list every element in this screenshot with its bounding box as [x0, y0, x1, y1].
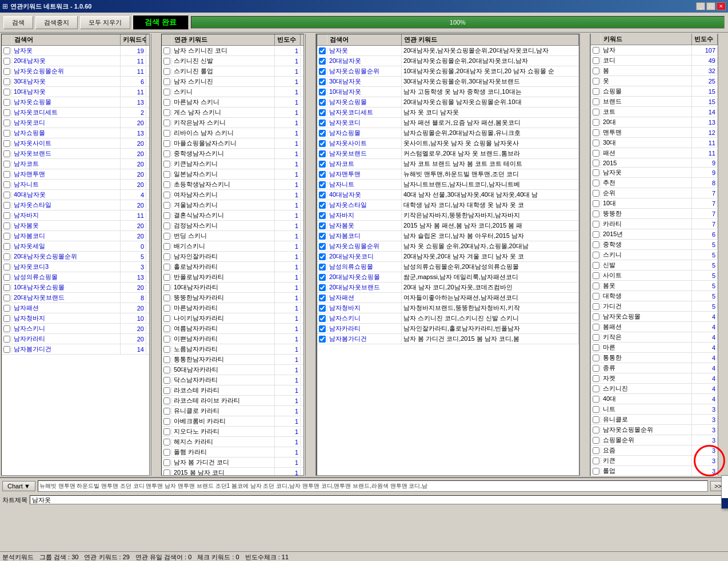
table-row[interactable]: 2015 9	[591, 158, 718, 168]
row-checkbox[interactable]	[593, 88, 599, 95]
row-checkbox[interactable]	[3, 120, 10, 126]
table-row[interactable]: 카라티 7	[591, 219, 718, 229]
table-row[interactable]: 남자맨투맨 20	[2, 169, 149, 180]
row-checkbox[interactable]	[593, 283, 599, 289]
row-checkbox[interactable]	[593, 468, 599, 475]
row-checkbox[interactable]	[3, 315, 10, 322]
table-row[interactable]: 신발 5	[591, 260, 718, 270]
table-row[interactable]: 키작은남자 스키니 1	[162, 118, 303, 128]
table-row[interactable]: 남자옷 20대남자옷,남자옷쇼핑몰순위,20대남자옷코디,남자	[317, 46, 579, 56]
table-row[interactable]: 남자봄옷 2015 남자 봄 패션,봄 남자 코디,2015 봄 패	[317, 221, 579, 231]
table-row[interactable]: 나이키남자카라티 1	[162, 313, 303, 324]
table-row[interactable]: 남자인잘카라티 1	[162, 252, 303, 262]
table-row[interactable]: 남자맨투맨 뉴해빗 맨투맨,하운드빌 맨투맨,조던 코디	[317, 169, 579, 180]
table-row[interactable]: 20대남자옷코디 20대남자옷,20대 남자 겨울 코디 남자 옷 코	[317, 252, 579, 262]
table-row[interactable]: 브랜드 15	[591, 97, 718, 107]
table-row[interactable]: 스키니 1	[162, 87, 303, 97]
row-checkbox[interactable]	[3, 295, 10, 301]
table-row[interactable]: 남자패션 20	[2, 303, 149, 313]
row-checkbox[interactable]	[163, 284, 170, 291]
row-checkbox[interactable]	[163, 58, 170, 65]
table-row[interactable]: 남자옷코디세트 남자 옷 코디 남자옷	[317, 108, 579, 118]
row-checkbox[interactable]	[593, 57, 599, 64]
row-checkbox[interactable]	[319, 109, 326, 116]
table-row[interactable]: 초등학생남자스키니 1	[162, 180, 303, 190]
table-row[interactable]: 10대남자옷 남자 고등학생 옷 남자 중학생 코디,10대는	[317, 87, 579, 97]
table-row[interactable]: 2015 봄 남자 코디 1	[162, 468, 303, 475]
table-row[interactable]: 자켓 4	[591, 373, 718, 384]
row-checkbox[interactable]	[163, 99, 170, 106]
row-checkbox[interactable]	[319, 181, 326, 188]
row-checkbox[interactable]	[163, 305, 170, 312]
row-checkbox[interactable]	[319, 68, 326, 75]
panel2-table[interactable]: 남자 스키니진 코디 1 스키니진 신발 1 스키니진 롤업 1 남자 스키니진…	[162, 46, 303, 475]
table-row[interactable]: 남자니트 20	[2, 180, 149, 190]
table-row[interactable]: 남자옷 19	[2, 46, 149, 56]
row-checkbox[interactable]	[593, 231, 599, 238]
table-row[interactable]: 남자옷쇼핑몰순위 11	[2, 66, 149, 77]
row-checkbox[interactable]	[3, 253, 10, 260]
table-row[interactable]: 남자 107	[591, 45, 718, 55]
row-checkbox[interactable]	[593, 210, 599, 217]
close-button[interactable]: ✕	[717, 2, 726, 10]
search-button[interactable]: 검색	[3, 16, 33, 29]
table-row[interactable]: 40대 4	[591, 394, 718, 404]
table-row[interactable]: 홀로남자카라티 1	[162, 262, 303, 272]
table-row[interactable]: 니트 3	[591, 404, 718, 415]
table-row[interactable]: 남자옷브랜드 커스텀멜로우,20대 남자 옷 브랜드,톰브라	[317, 149, 579, 159]
row-checkbox[interactable]	[3, 222, 10, 229]
table-row[interactable]: 10대 7	[591, 198, 718, 209]
table-row[interactable]: 남자코트 남자 코트 브랜드 남자 봄 코트 코트 테이트	[317, 159, 579, 169]
row-checkbox[interactable]	[163, 222, 170, 229]
panel4-scrollbar[interactable]	[718, 34, 727, 476]
table-row[interactable]: 30대남자옷 6	[2, 77, 149, 87]
table-row[interactable]: 봄패션 4	[591, 322, 718, 332]
row-checkbox[interactable]	[593, 241, 599, 248]
table-row[interactable]: 남자청바지 남자청바지브랜드,뚱뚱한남자청바지,키작	[317, 303, 579, 313]
table-row[interactable]: 20대남자옷 20대남자옷쇼핑몰순위,20대남자옷코디,남자	[317, 56, 579, 66]
row-checkbox[interactable]	[593, 262, 599, 269]
row-checkbox[interactable]	[319, 78, 326, 85]
table-row[interactable]: 40대남자옷 40대 남자 선물,30대남자옷,40대 남자옷,40대 남	[317, 190, 579, 200]
row-checkbox[interactable]	[319, 192, 326, 198]
table-row[interactable]: 여름남자카라티 1	[162, 324, 303, 334]
table-row[interactable]: 코트 14	[591, 107, 718, 117]
row-checkbox[interactable]	[593, 324, 599, 331]
table-row[interactable]: 남자쇼핑몰 13	[2, 128, 149, 138]
row-checkbox[interactable]	[593, 169, 599, 176]
row-checkbox[interactable]	[163, 387, 170, 394]
row-checkbox[interactable]	[593, 221, 599, 228]
row-checkbox[interactable]	[163, 336, 170, 343]
row-checkbox[interactable]	[593, 78, 599, 85]
row-checkbox[interactable]	[319, 150, 326, 157]
table-row[interactable]: 아베크롬비 카라티 1	[162, 416, 303, 427]
table-row[interactable]: 요즘 3	[591, 445, 718, 456]
table-row[interactable]: 남자옷쇼핑몰 4	[591, 312, 718, 322]
row-checkbox[interactable]	[163, 89, 170, 96]
table-row[interactable]: 패션 11	[591, 148, 718, 158]
table-row[interactable]: 추천 8	[591, 178, 718, 188]
table-row[interactable]: 20대남자옷쇼핑몰순위 5	[2, 252, 149, 262]
row-checkbox[interactable]	[163, 150, 170, 157]
table-row[interactable]: 뚱뚱한 7	[591, 209, 718, 219]
row-checkbox[interactable]	[593, 355, 599, 361]
table-row[interactable]: 노름남자카라티 1	[162, 344, 303, 355]
row-checkbox[interactable]	[319, 253, 326, 260]
panel1-table[interactable]: 남자옷 19 20대남자옷 11 남자옷쇼핑몰순위 11 30대남자옷 6 10…	[2, 46, 149, 475]
row-checkbox[interactable]	[163, 346, 170, 353]
row-checkbox[interactable]	[593, 160, 599, 166]
row-checkbox[interactable]	[319, 315, 326, 322]
table-row[interactable]: 순위 7	[591, 188, 718, 198]
row-checkbox[interactable]	[163, 439, 170, 445]
table-row[interactable]: 롤업 3	[591, 466, 718, 476]
table-row[interactable]: 키작은 4	[591, 332, 718, 343]
row-checkbox[interactable]	[3, 47, 10, 54]
row-checkbox[interactable]	[3, 212, 10, 219]
table-row[interactable]: 통통한남자카라티 1	[162, 355, 303, 365]
table-row[interactable]: 남자봄옷 20	[2, 221, 149, 231]
table-row[interactable]: 닥스남자카라티 1	[162, 375, 303, 385]
row-checkbox[interactable]	[163, 78, 170, 85]
table-row[interactable]: 남성의류쇼핑몰 13	[2, 272, 149, 283]
row-checkbox[interactable]	[593, 180, 599, 186]
row-checkbox[interactable]	[319, 99, 326, 106]
